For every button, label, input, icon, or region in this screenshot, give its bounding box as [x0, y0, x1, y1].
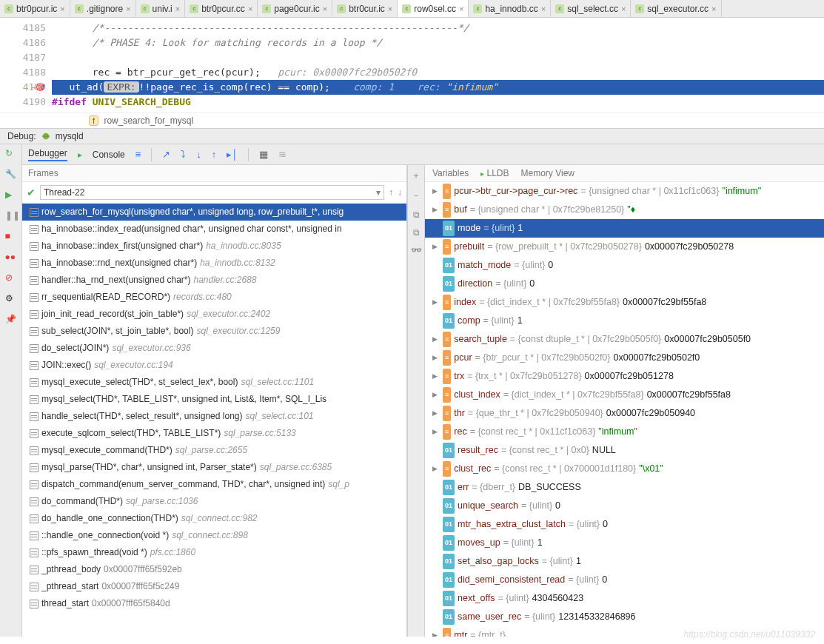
- pin-icon[interactable]: 📌: [5, 314, 17, 326]
- editor-tab[interactable]: crow0sel.cc×: [398, 0, 469, 17]
- editor-tab[interactable]: cbtr0cur.ic×: [332, 0, 398, 17]
- variables-list[interactable]: ▶ ≡ pcur->btr_cur->page_cur->rec = {unsi…: [425, 182, 824, 637]
- add-watch-icon[interactable]: ＋: [412, 170, 421, 182]
- breadcrumb[interactable]: f row_search_for_mysql: [0, 113, 824, 128]
- variable-row[interactable]: 01 err = {dberr_t} DB_SUCCESS: [425, 478, 824, 497]
- variable-row[interactable]: ▶ ≡ index = {dict_index_t * | 0x7fc29bf5…: [425, 293, 824, 312]
- variable-row[interactable]: ▶ ≡ prebuilt = {row_prebuilt_t * | 0x7fc…: [425, 238, 824, 256]
- close-icon[interactable]: ×: [126, 4, 130, 13]
- stack-frame[interactable]: mysql_execute_command(THD*) sql_parse.cc…: [22, 442, 406, 459]
- run-to-cursor-icon[interactable]: ▸│: [227, 149, 238, 160]
- variable-row[interactable]: ▶ ≡ pcur = {btr_pcur_t * | 0x7fc29b0502f…: [425, 349, 824, 367]
- gear-icon[interactable]: ⚙: [5, 293, 17, 305]
- stack-frame[interactable]: join_init_read_record(st_join_table*) sq…: [22, 306, 406, 323]
- variable-row[interactable]: 01 mode = {ulint} 1: [425, 219, 824, 238]
- close-icon[interactable]: ×: [60, 4, 64, 13]
- tab-memory-view[interactable]: Memory View: [521, 168, 575, 178]
- frame-down-icon[interactable]: ↓: [398, 187, 402, 198]
- stack-frame[interactable]: ha_innobase::index_read(unsigned char*, …: [22, 221, 406, 238]
- stack-frame[interactable]: mysql_select(THD*, TABLE_LIST*, unsigned…: [22, 391, 406, 408]
- duplicate-icon[interactable]: ⧉: [413, 209, 420, 220]
- step-over-icon[interactable]: ⤵: [181, 149, 186, 160]
- view-breakpoints-icon[interactable]: ●●: [5, 252, 17, 264]
- close-icon[interactable]: ×: [323, 4, 327, 13]
- frame-up-icon[interactable]: ↑: [389, 187, 393, 198]
- editor-tab[interactable]: csql_executor.cc×: [631, 0, 721, 17]
- step-into-icon[interactable]: ↓: [196, 149, 201, 160]
- variable-row[interactable]: 01 unique_search = {ulint} 0: [425, 497, 824, 515]
- variable-row[interactable]: ▶ ≡ clust_index = {dict_index_t * | 0x7f…: [425, 386, 824, 404]
- editor-tab[interactable]: cbtr0pcur.ic×: [0, 0, 70, 17]
- expand-arrow-icon[interactable]: ▶: [432, 628, 440, 637]
- glasses-icon[interactable]: 👓: [411, 245, 422, 255]
- trace-icon[interactable]: ≋: [278, 149, 287, 160]
- variable-row[interactable]: 01 did_semi_consistent_read = {ulint} 0: [425, 571, 824, 589]
- close-icon[interactable]: ×: [541, 4, 546, 13]
- expand-arrow-icon[interactable]: ▶: [432, 425, 440, 439]
- editor-tab[interactable]: c.gitignore×: [70, 0, 136, 17]
- thread-combo[interactable]: Thread-22 ▾: [40, 185, 384, 200]
- variable-row[interactable]: ▶ ≡ pcur->btr_cur->page_cur->rec = {unsi…: [425, 182, 824, 201]
- thread-list-icon[interactable]: ≡: [135, 149, 141, 160]
- stack-frame[interactable]: execute_sqlcom_select(THD*, TABLE_LIST*)…: [22, 425, 406, 442]
- stack-frame[interactable]: JOIN::exec() sql_executor.cc:194: [22, 357, 406, 374]
- editor-tab[interactable]: cha_innodb.cc×: [469, 0, 551, 17]
- variable-row[interactable]: 01 set_also_gap_locks = {ulint} 1: [425, 552, 824, 571]
- variable-row[interactable]: 01 moves_up = {ulint} 1: [425, 534, 824, 552]
- variable-row[interactable]: 01 same_user_rec = {ulint} 1231453328468…: [425, 608, 824, 626]
- variable-row[interactable]: ▶ ≡ trx = {trx_t * | 0x7fc29b051278} 0x0…: [425, 367, 824, 386]
- variable-row[interactable]: 01 next_offs = {ulint} 4304560423: [425, 589, 824, 608]
- variable-row[interactable]: ▶ ≡ rec = {const rec_t * | 0x11cf1c063} …: [425, 423, 824, 441]
- stack-frame[interactable]: sub_select(JOIN*, st_join_table*, bool) …: [22, 323, 406, 340]
- tab-debugger[interactable]: Debugger: [28, 148, 67, 161]
- code-area[interactable]: /*--------------------------------------…: [52, 18, 824, 113]
- evaluate-expression-icon[interactable]: ▦: [259, 149, 268, 160]
- variable-row[interactable]: 01 direction = {ulint} 0: [425, 275, 824, 293]
- stack-frame[interactable]: thread_start 0x00007fff65f5840d: [22, 595, 406, 612]
- variable-row[interactable]: ▶ ≡ mtr = {mtr_t}: [425, 626, 824, 637]
- variable-row[interactable]: ▶ ≡ buf = {unsigned char * | 0x7fc29be81…: [425, 201, 824, 219]
- expand-arrow-icon[interactable]: ▶: [432, 369, 440, 383]
- stack-frame[interactable]: _pthread_body 0x00007fff65f592eb: [22, 561, 406, 578]
- stack-frame[interactable]: rr_sequential(READ_RECORD*) records.cc:4…: [22, 289, 406, 306]
- stack-frame[interactable]: ::pfs_spawn_thread(void *) pfs.cc:1860: [22, 544, 406, 561]
- expand-arrow-icon[interactable]: ▶: [432, 203, 440, 217]
- stop-icon[interactable]: ■: [5, 231, 17, 243]
- close-icon[interactable]: ×: [248, 4, 252, 13]
- variable-row[interactable]: 01 match_mode = {ulint} 0: [425, 256, 824, 275]
- expand-arrow-icon[interactable]: ▶: [432, 332, 440, 346]
- expand-arrow-icon[interactable]: ▶: [432, 462, 440, 476]
- stack-frame[interactable]: handler::ha_rnd_next(unsigned char*) han…: [22, 272, 406, 289]
- close-icon[interactable]: ×: [388, 4, 392, 13]
- stack-frame[interactable]: ha_innobase::rnd_next(unsigned char*) ha…: [22, 255, 406, 272]
- tab-console[interactable]: Console: [93, 150, 125, 160]
- expand-arrow-icon[interactable]: ▶: [432, 388, 440, 402]
- editor-tab[interactable]: cbtr0pcur.cc×: [185, 0, 258, 17]
- close-icon[interactable]: ×: [175, 4, 180, 13]
- expand-arrow-icon[interactable]: ▶: [432, 295, 440, 309]
- link-icon[interactable]: ⧉: [413, 227, 420, 238]
- tab-lldb[interactable]: ▸ LLDB: [480, 168, 509, 178]
- variable-row[interactable]: 01 comp = {ulint} 1: [425, 312, 824, 330]
- stack-frame[interactable]: handle_select(THD*, select_result*, unsi…: [22, 408, 406, 425]
- editor-tab[interactable]: cuniv.i×: [136, 0, 186, 17]
- stack-frame[interactable]: ha_innobase::index_first(unsigned char*)…: [22, 238, 406, 255]
- stack-frame[interactable]: ::handle_one_connection(void *) sql_conn…: [22, 527, 406, 544]
- editor-tab[interactable]: cpage0cur.ic×: [258, 0, 332, 17]
- variable-row[interactable]: ▶ ≡ search_tuple = {const dtuple_t * | 0…: [425, 330, 824, 349]
- remove-watch-icon[interactable]: －: [412, 189, 421, 202]
- expand-arrow-icon[interactable]: ▶: [432, 184, 440, 198]
- tab-variables[interactable]: Variables: [432, 168, 469, 178]
- mute-breakpoints-icon[interactable]: ⊘: [5, 272, 17, 284]
- stack-frame[interactable]: dispatch_command(enum_server_command, TH…: [22, 476, 406, 493]
- debug-target[interactable]: mysqld: [56, 131, 84, 141]
- stack-frame[interactable]: do_command(THD*) sql_parse.cc:1036: [22, 493, 406, 510]
- variable-row[interactable]: ▶ ≡ clust_rec = {const rec_t * | 0x70000…: [425, 460, 824, 478]
- expand-arrow-icon[interactable]: ▶: [432, 406, 440, 420]
- expand-arrow-icon[interactable]: ▶: [432, 351, 440, 365]
- variable-row[interactable]: ▶ ≡ thr = {que_thr_t * | 0x7fc29b050940}…: [425, 404, 824, 423]
- close-icon[interactable]: ×: [621, 4, 626, 13]
- step-out-icon[interactable]: ↑: [212, 149, 217, 160]
- pause-icon[interactable]: ❚❚: [5, 210, 17, 222]
- stack-frame[interactable]: do_select(JOIN*) sql_executor.cc:936: [22, 340, 406, 357]
